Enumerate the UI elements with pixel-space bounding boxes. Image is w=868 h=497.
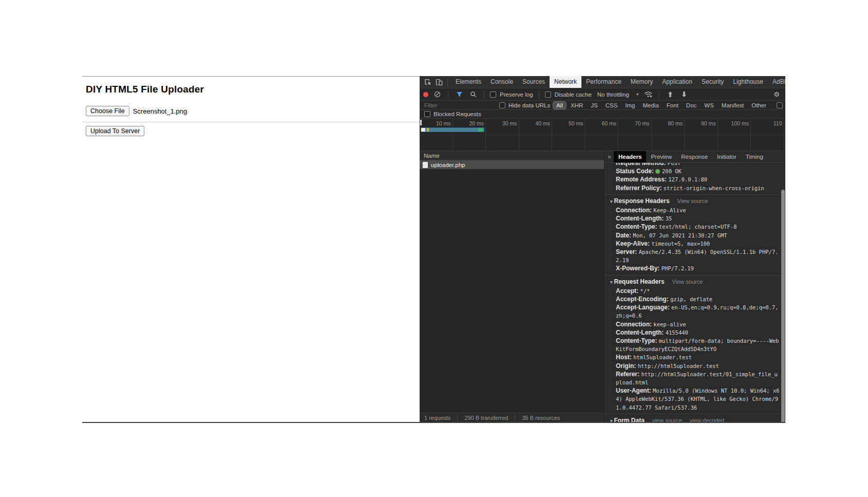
header-value: 4155440	[666, 329, 688, 336]
toolbar-separator	[539, 91, 539, 98]
filter-chip-ws[interactable]: WS	[701, 102, 717, 109]
view-source-link[interactable]: View source	[672, 278, 703, 286]
devtools-tab-network[interactable]: Network	[550, 76, 581, 88]
clear-network-log-icon[interactable]	[432, 89, 442, 100]
header-key: Content-Length:	[616, 215, 664, 222]
view-decoded-link[interactable]: view decoded	[690, 416, 724, 422]
filter-chip-xhr[interactable]: XHR	[568, 102, 586, 109]
devtools-tab-application[interactable]: Application	[657, 76, 697, 88]
network-conditions-icon[interactable]	[643, 89, 653, 100]
hide-data-urls-checkbox[interactable]	[499, 102, 505, 108]
filter-chip-other[interactable]: Other	[748, 102, 769, 109]
toolbar-separator	[659, 91, 659, 98]
network-settings-gear-icon[interactable]: ⚙	[771, 89, 782, 100]
header-line: Accept-Encoding: gzip, deflate	[609, 295, 781, 303]
filter-chip-font[interactable]: Font	[664, 102, 682, 109]
header-key: Server:	[616, 248, 637, 255]
requests-name-column-header[interactable]: Name	[420, 151, 604, 160]
throttling-select[interactable]: No throttling	[597, 91, 629, 98]
devtools-tab-console[interactable]: Console	[486, 76, 518, 88]
devtools-tab-lighthouse[interactable]: Lighthouse	[728, 76, 768, 88]
filter-chip-css[interactable]: CSS	[602, 102, 621, 109]
search-icon[interactable]	[468, 89, 478, 100]
header-key: Content-Length:	[616, 329, 664, 336]
inspect-element-icon[interactable]	[423, 77, 433, 87]
filter-funnel-icon[interactable]	[454, 89, 464, 100]
section-divider	[605, 414, 781, 414]
header-value: PHP/7.2.19	[662, 265, 694, 271]
file-icon	[423, 162, 428, 168]
details-scrollbar[interactable]	[781, 163, 785, 422]
chevron-down-icon: ▾	[610, 199, 613, 204]
network-filter-bar: Hide data URLs AllXHRJSCSSImgMediaFontDo…	[420, 101, 785, 110]
section-header: ▾Response HeadersView source	[609, 197, 781, 206]
devtools-tab-memory[interactable]: Memory	[626, 76, 657, 88]
filter-input[interactable]	[420, 102, 496, 108]
header-line: Accept-Language: en-US,en;q=0.9,ru;q=0.8…	[609, 303, 781, 320]
page-title: DIY HTML5 File Uploader	[86, 84, 420, 95]
statusbar-item: 290 B transferred	[464, 415, 508, 421]
devtools-tab-security[interactable]: Security	[697, 76, 728, 88]
view-source-link[interactable]: view source	[652, 416, 682, 422]
filter-chip-doc[interactable]: Doc	[683, 102, 700, 109]
details-tab-initiator[interactable]: Initiator	[712, 151, 741, 162]
statusbar-separator	[457, 414, 458, 421]
devtools-tab-elements[interactable]: Elements	[451, 76, 486, 88]
header-value: gzip, deflate	[670, 296, 712, 302]
header-value: Mon, 07 Jun 2021 21:30:27 GMT	[633, 232, 727, 238]
statusbar-separator	[515, 414, 515, 421]
scrollbar-thumb[interactable]	[781, 190, 785, 422]
preserve-log-checkbox[interactable]	[490, 91, 496, 98]
export-har-icon[interactable]	[679, 89, 689, 100]
header-line: Referrer Policy: strict-origin-when-cros…	[609, 184, 781, 192]
upload-to-server-button[interactable]: Upload To Server	[86, 126, 144, 136]
blocked-requests-checkbox[interactable]	[424, 111, 430, 117]
details-tab-preview[interactable]: Preview	[646, 151, 676, 162]
screenshot-canvas: DIY HTML5 File Uploader Choose File Scre…	[0, 0, 868, 497]
header-key: Content-Type:	[616, 337, 657, 344]
section-title-form-data[interactable]: ▾Form Data	[610, 416, 645, 422]
header-value: http://html5uploader.test/01_simple_file…	[616, 371, 778, 385]
header-line: Content-Length: 4155440	[609, 328, 781, 337]
header-key: Connection:	[616, 207, 652, 214]
timeline-handle[interactable]	[420, 120, 422, 125]
device-toolbar-icon[interactable]	[434, 77, 444, 87]
close-details-icon[interactable]: ×	[605, 153, 614, 161]
upload-row: Upload To Server	[86, 126, 420, 136]
filter-chip-img[interactable]: Img	[622, 102, 638, 109]
disable-cache-checkbox[interactable]	[545, 91, 551, 98]
choose-file-button[interactable]: Choose File	[86, 106, 129, 116]
details-tab-response[interactable]: Response	[676, 151, 712, 162]
request-name: uploader.php	[431, 162, 465, 168]
header-line: Request Method: POST	[609, 163, 781, 167]
view-source-link[interactable]: View source	[677, 197, 708, 205]
filter-chip-all[interactable]: All	[553, 102, 566, 109]
header-key: Request Method:	[616, 163, 666, 167]
network-overview-timeline[interactable]: 10 ms20 ms30 ms40 ms50 ms60 ms70 ms80 ms…	[420, 119, 785, 151]
preserve-log-label: Preserve log	[500, 91, 533, 98]
request-details-pane: × HeadersPreviewResponseInitiatorTiming …	[605, 151, 785, 422]
header-key: Status Code:	[616, 168, 654, 175]
devtools-tab-sources[interactable]: Sources	[518, 76, 550, 88]
header-key: User-Agent:	[616, 387, 651, 394]
header-value: http://html5uploader.test	[638, 363, 719, 369]
network-main-area: Name uploader.php 1 requests290 B transf…	[420, 151, 785, 422]
header-value: Keep-Alive	[653, 207, 686, 213]
filter-chip-media[interactable]: Media	[640, 102, 662, 109]
toolbar-separator	[448, 91, 448, 98]
section-title-request-headers[interactable]: ▾Request Headers	[610, 278, 665, 286]
header-line: Content-Type: text/html; charset=UTF-8	[609, 223, 781, 231]
section-title-response-headers[interactable]: ▾Response Headers	[610, 197, 670, 206]
has-blocked-cookies-checkbox[interactable]	[777, 102, 783, 108]
waterfall-start-marker	[427, 128, 429, 132]
filter-chip-js[interactable]: JS	[588, 102, 600, 109]
header-value: 200 OK	[662, 168, 682, 174]
devtools-tab-adblock[interactable]: AdBlock	[768, 76, 785, 88]
details-tab-headers[interactable]: Headers	[614, 151, 646, 162]
filter-chip-manifest[interactable]: Manifest	[719, 102, 747, 109]
details-tab-timing[interactable]: Timing	[741, 151, 768, 162]
devtools-tab-performance[interactable]: Performance	[581, 76, 626, 88]
request-row[interactable]: uploader.php	[420, 160, 604, 169]
import-har-icon[interactable]	[665, 89, 675, 100]
record-network-log-icon[interactable]	[423, 92, 428, 97]
